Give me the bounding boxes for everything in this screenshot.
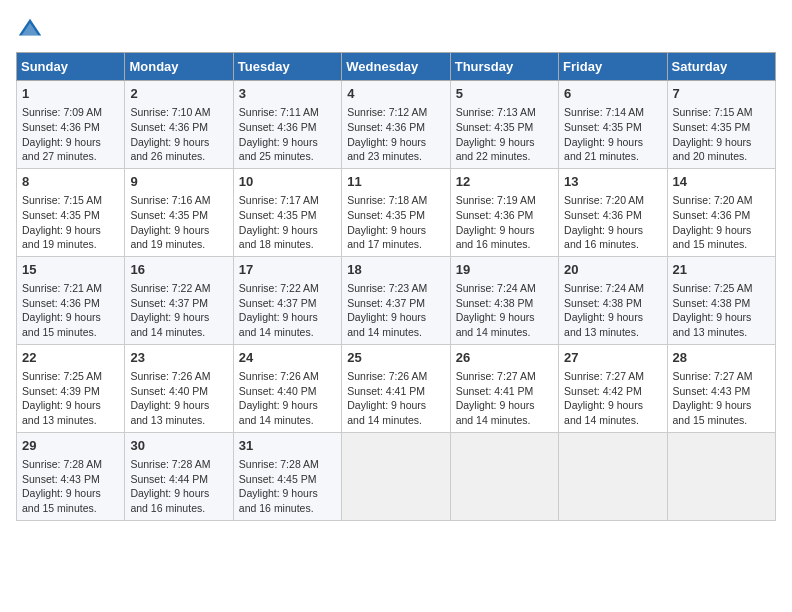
day-number: 31 xyxy=(239,437,336,455)
day-number: 28 xyxy=(673,349,770,367)
header-wednesday: Wednesday xyxy=(342,53,450,81)
day-info: Sunrise: 7:13 AM Sunset: 4:35 PM Dayligh… xyxy=(456,105,553,164)
calendar-week-row: 15Sunrise: 7:21 AM Sunset: 4:36 PM Dayli… xyxy=(17,256,776,344)
calendar-cell: 31Sunrise: 7:28 AM Sunset: 4:45 PM Dayli… xyxy=(233,432,341,520)
day-info: Sunrise: 7:12 AM Sunset: 4:36 PM Dayligh… xyxy=(347,105,444,164)
day-info: Sunrise: 7:27 AM Sunset: 4:43 PM Dayligh… xyxy=(673,369,770,428)
day-number: 10 xyxy=(239,173,336,191)
day-number: 25 xyxy=(347,349,444,367)
day-info: Sunrise: 7:15 AM Sunset: 4:35 PM Dayligh… xyxy=(673,105,770,164)
calendar-cell: 8Sunrise: 7:15 AM Sunset: 4:35 PM Daylig… xyxy=(17,168,125,256)
calendar-cell: 24Sunrise: 7:26 AM Sunset: 4:40 PM Dayli… xyxy=(233,344,341,432)
day-info: Sunrise: 7:24 AM Sunset: 4:38 PM Dayligh… xyxy=(456,281,553,340)
logo-icon xyxy=(16,16,44,44)
day-number: 14 xyxy=(673,173,770,191)
day-info: Sunrise: 7:27 AM Sunset: 4:42 PM Dayligh… xyxy=(564,369,661,428)
day-info: Sunrise: 7:20 AM Sunset: 4:36 PM Dayligh… xyxy=(564,193,661,252)
day-number: 5 xyxy=(456,85,553,103)
day-number: 12 xyxy=(456,173,553,191)
day-number: 3 xyxy=(239,85,336,103)
day-info: Sunrise: 7:25 AM Sunset: 4:38 PM Dayligh… xyxy=(673,281,770,340)
day-info: Sunrise: 7:21 AM Sunset: 4:36 PM Dayligh… xyxy=(22,281,119,340)
day-info: Sunrise: 7:26 AM Sunset: 4:40 PM Dayligh… xyxy=(130,369,227,428)
day-info: Sunrise: 7:28 AM Sunset: 4:44 PM Dayligh… xyxy=(130,457,227,516)
day-number: 17 xyxy=(239,261,336,279)
day-number: 23 xyxy=(130,349,227,367)
day-info: Sunrise: 7:28 AM Sunset: 4:43 PM Dayligh… xyxy=(22,457,119,516)
day-number: 2 xyxy=(130,85,227,103)
header-sunday: Sunday xyxy=(17,53,125,81)
calendar-cell: 14Sunrise: 7:20 AM Sunset: 4:36 PM Dayli… xyxy=(667,168,775,256)
calendar-cell: 22Sunrise: 7:25 AM Sunset: 4:39 PM Dayli… xyxy=(17,344,125,432)
calendar-cell xyxy=(342,432,450,520)
day-number: 22 xyxy=(22,349,119,367)
day-info: Sunrise: 7:22 AM Sunset: 4:37 PM Dayligh… xyxy=(130,281,227,340)
day-info: Sunrise: 7:20 AM Sunset: 4:36 PM Dayligh… xyxy=(673,193,770,252)
calendar-header-row: SundayMondayTuesdayWednesdayThursdayFrid… xyxy=(17,53,776,81)
day-number: 26 xyxy=(456,349,553,367)
calendar-cell: 9Sunrise: 7:16 AM Sunset: 4:35 PM Daylig… xyxy=(125,168,233,256)
calendar-cell: 5Sunrise: 7:13 AM Sunset: 4:35 PM Daylig… xyxy=(450,81,558,169)
calendar-cell: 18Sunrise: 7:23 AM Sunset: 4:37 PM Dayli… xyxy=(342,256,450,344)
day-info: Sunrise: 7:10 AM Sunset: 4:36 PM Dayligh… xyxy=(130,105,227,164)
day-number: 19 xyxy=(456,261,553,279)
day-info: Sunrise: 7:28 AM Sunset: 4:45 PM Dayligh… xyxy=(239,457,336,516)
header-friday: Friday xyxy=(559,53,667,81)
calendar-cell: 20Sunrise: 7:24 AM Sunset: 4:38 PM Dayli… xyxy=(559,256,667,344)
day-number: 27 xyxy=(564,349,661,367)
day-number: 21 xyxy=(673,261,770,279)
day-info: Sunrise: 7:18 AM Sunset: 4:35 PM Dayligh… xyxy=(347,193,444,252)
day-info: Sunrise: 7:17 AM Sunset: 4:35 PM Dayligh… xyxy=(239,193,336,252)
header-thursday: Thursday xyxy=(450,53,558,81)
calendar-table: SundayMondayTuesdayWednesdayThursdayFrid… xyxy=(16,52,776,521)
day-number: 13 xyxy=(564,173,661,191)
day-info: Sunrise: 7:11 AM Sunset: 4:36 PM Dayligh… xyxy=(239,105,336,164)
calendar-cell: 19Sunrise: 7:24 AM Sunset: 4:38 PM Dayli… xyxy=(450,256,558,344)
day-info: Sunrise: 7:23 AM Sunset: 4:37 PM Dayligh… xyxy=(347,281,444,340)
calendar-week-row: 1Sunrise: 7:09 AM Sunset: 4:36 PM Daylig… xyxy=(17,81,776,169)
calendar-cell: 13Sunrise: 7:20 AM Sunset: 4:36 PM Dayli… xyxy=(559,168,667,256)
day-info: Sunrise: 7:26 AM Sunset: 4:41 PM Dayligh… xyxy=(347,369,444,428)
day-number: 29 xyxy=(22,437,119,455)
logo xyxy=(16,16,48,44)
day-number: 18 xyxy=(347,261,444,279)
day-number: 7 xyxy=(673,85,770,103)
calendar-cell: 7Sunrise: 7:15 AM Sunset: 4:35 PM Daylig… xyxy=(667,81,775,169)
calendar-cell: 23Sunrise: 7:26 AM Sunset: 4:40 PM Dayli… xyxy=(125,344,233,432)
calendar-cell: 15Sunrise: 7:21 AM Sunset: 4:36 PM Dayli… xyxy=(17,256,125,344)
calendar-cell: 6Sunrise: 7:14 AM Sunset: 4:35 PM Daylig… xyxy=(559,81,667,169)
calendar-cell: 2Sunrise: 7:10 AM Sunset: 4:36 PM Daylig… xyxy=(125,81,233,169)
header-monday: Monday xyxy=(125,53,233,81)
day-info: Sunrise: 7:19 AM Sunset: 4:36 PM Dayligh… xyxy=(456,193,553,252)
calendar-week-row: 29Sunrise: 7:28 AM Sunset: 4:43 PM Dayli… xyxy=(17,432,776,520)
header-tuesday: Tuesday xyxy=(233,53,341,81)
calendar-cell: 11Sunrise: 7:18 AM Sunset: 4:35 PM Dayli… xyxy=(342,168,450,256)
day-info: Sunrise: 7:27 AM Sunset: 4:41 PM Dayligh… xyxy=(456,369,553,428)
header-saturday: Saturday xyxy=(667,53,775,81)
calendar-week-row: 8Sunrise: 7:15 AM Sunset: 4:35 PM Daylig… xyxy=(17,168,776,256)
day-number: 15 xyxy=(22,261,119,279)
day-number: 30 xyxy=(130,437,227,455)
day-info: Sunrise: 7:14 AM Sunset: 4:35 PM Dayligh… xyxy=(564,105,661,164)
day-number: 1 xyxy=(22,85,119,103)
day-number: 9 xyxy=(130,173,227,191)
calendar-cell xyxy=(667,432,775,520)
day-info: Sunrise: 7:16 AM Sunset: 4:35 PM Dayligh… xyxy=(130,193,227,252)
calendar-cell: 29Sunrise: 7:28 AM Sunset: 4:43 PM Dayli… xyxy=(17,432,125,520)
day-info: Sunrise: 7:09 AM Sunset: 4:36 PM Dayligh… xyxy=(22,105,119,164)
day-number: 6 xyxy=(564,85,661,103)
calendar-cell: 30Sunrise: 7:28 AM Sunset: 4:44 PM Dayli… xyxy=(125,432,233,520)
day-number: 8 xyxy=(22,173,119,191)
calendar-cell: 10Sunrise: 7:17 AM Sunset: 4:35 PM Dayli… xyxy=(233,168,341,256)
calendar-cell: 28Sunrise: 7:27 AM Sunset: 4:43 PM Dayli… xyxy=(667,344,775,432)
calendar-cell xyxy=(559,432,667,520)
calendar-week-row: 22Sunrise: 7:25 AM Sunset: 4:39 PM Dayli… xyxy=(17,344,776,432)
calendar-cell: 25Sunrise: 7:26 AM Sunset: 4:41 PM Dayli… xyxy=(342,344,450,432)
calendar-cell xyxy=(450,432,558,520)
day-info: Sunrise: 7:26 AM Sunset: 4:40 PM Dayligh… xyxy=(239,369,336,428)
calendar-cell: 27Sunrise: 7:27 AM Sunset: 4:42 PM Dayli… xyxy=(559,344,667,432)
calendar-cell: 3Sunrise: 7:11 AM Sunset: 4:36 PM Daylig… xyxy=(233,81,341,169)
calendar-cell: 16Sunrise: 7:22 AM Sunset: 4:37 PM Dayli… xyxy=(125,256,233,344)
day-number: 4 xyxy=(347,85,444,103)
day-info: Sunrise: 7:25 AM Sunset: 4:39 PM Dayligh… xyxy=(22,369,119,428)
